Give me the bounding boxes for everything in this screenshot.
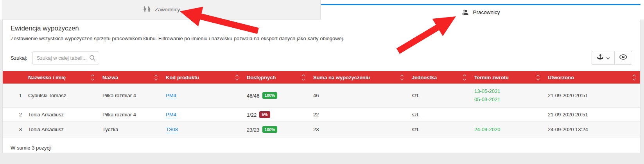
sort-icon[interactable] (155, 75, 157, 80)
cell-return-date: 13-05-202105-03-2021 (470, 84, 544, 107)
cell-product-code: TS08 (162, 121, 243, 137)
column-header-7[interactable]: Termin zwrotu (470, 71, 544, 84)
sort-icon[interactable] (401, 75, 403, 80)
cell-created: 24-09-2020 13:24 (544, 121, 640, 137)
product-code-link[interactable]: TS08 (166, 127, 178, 133)
cell-product-code: PM4 (162, 84, 243, 107)
column-header-label: Suma na wypożyczeniu (313, 75, 370, 80)
table-row: 1Cybulski TomaszPiłka rozmiar 4PM446/461… (3, 84, 640, 107)
column-header-label: Jednostka (412, 75, 437, 80)
cell-row-index: 3 (3, 121, 24, 137)
cell-loan-sum: 22 (309, 107, 408, 121)
export-icon (596, 53, 604, 62)
return-date: 13-05-2021 (474, 87, 539, 95)
cell-row-index: 1 (3, 84, 24, 107)
available-count: 1/22 (247, 112, 257, 118)
sort-icon[interactable] (236, 75, 238, 80)
column-header-8[interactable]: Utworzono (544, 71, 640, 84)
column-header-label: Utworzono (548, 75, 574, 80)
page-title: Ewidencja wypożyczeń (11, 25, 632, 32)
cell-product-code: PM4 (162, 107, 243, 121)
sort-icon[interactable] (302, 75, 305, 80)
table-summary: W sumie 3 pozycji (11, 145, 632, 151)
cell-product-name: Tyczka (99, 121, 162, 137)
loans-panel: Ewidencja wypożyczeń Zestawienie wszystk… (2, 20, 640, 153)
return-date: 24-09-2020 (474, 125, 539, 134)
cell-unit: szt. (408, 121, 470, 137)
cell-return-date (470, 107, 544, 121)
cell-loan-sum: 46 (309, 84, 408, 107)
column-header-label: Nazwa (102, 75, 118, 80)
chevron-down-icon (606, 54, 610, 61)
product-code-link[interactable]: PM4 (166, 112, 176, 118)
table-row: 3Tonia ArkadiuszTyczkaTS0823/23100%23szt… (3, 121, 640, 137)
cell-return-date: 24-09-2020 (470, 121, 544, 137)
sort-icon[interactable] (91, 75, 94, 80)
available-count: 23/23 (247, 127, 260, 133)
return-date: 05-03-2021 (474, 95, 539, 103)
person-icon (461, 9, 469, 16)
search-label: Szukaj: (11, 55, 27, 61)
tab-zawodnicy[interactable]: Zawodnicy (2, 0, 321, 20)
product-code-link[interactable]: PM4 (166, 93, 176, 99)
cell-loan-sum: 23 (309, 121, 408, 137)
page-subtitle: Zestawienie wszystkich wypożyczeń sprzęt… (11, 36, 632, 41)
table-body: 1Cybulski TomaszPiłka rozmiar 4PM446/461… (3, 84, 640, 137)
visibility-button[interactable] (614, 51, 632, 65)
sort-icon[interactable] (537, 75, 539, 80)
cell-available: 23/23100% (243, 121, 309, 137)
column-header-5[interactable]: Suma na wypożyczeniu (309, 71, 408, 84)
two-persons-icon (143, 6, 151, 13)
column-header-2[interactable]: Nazwa (99, 71, 162, 84)
column-header-4[interactable]: Dostępnych (243, 71, 309, 84)
cell-person-name: Tonia Arkadiusz (24, 121, 99, 137)
table-row: 2Tonia ArkadiuszPiłka rozmiar 4PM41/225%… (3, 107, 640, 121)
table-controls: Szukaj: (11, 51, 632, 65)
cell-product-name: Piłka rozmiar 4 (99, 84, 162, 107)
table-header-row: Nazwisko i imięNazwaKod produktuDostępny… (3, 71, 640, 84)
cell-available: 1/225% (243, 107, 309, 121)
tab-zawodnicy-label: Zawodnicy (155, 7, 180, 12)
sort-icon[interactable] (463, 75, 466, 80)
cell-created: 21-09-2020 20:51 (544, 84, 640, 107)
sort-icon[interactable] (633, 75, 635, 80)
tab-pracownicy-label: Pracownicy (473, 9, 500, 15)
eye-icon (619, 54, 628, 62)
column-header-6[interactable]: Jednostka (408, 71, 470, 84)
tab-pracownicy[interactable]: Pracownicy (321, 4, 640, 20)
column-header-label: Kod produktu (166, 75, 199, 80)
cell-person-name: Cybulski Tomasz (24, 84, 99, 107)
column-header-label: Dostępnych (247, 75, 276, 80)
cell-unit: szt. (408, 107, 470, 121)
cell-product-name: Piłka rozmiar 4 (99, 107, 162, 121)
available-count: 46/46 (247, 93, 260, 98)
search-icon (89, 55, 96, 63)
export-button[interactable] (592, 51, 614, 65)
column-header-1[interactable]: Nazwisko i imię (24, 71, 99, 84)
availability-badge: 100% (262, 126, 278, 133)
table-toolbar (592, 51, 632, 65)
column-header-label: Termin zwrotu (474, 75, 509, 80)
availability-badge: 100% (262, 92, 278, 99)
column-header-index (3, 71, 24, 84)
cell-unit: szt. (408, 84, 470, 107)
cell-person-name: Tonia Arkadiusz (24, 107, 99, 121)
cell-available: 46/46100% (243, 84, 309, 107)
loans-table: Nazwisko i imięNazwaKod produktuDostępny… (3, 71, 640, 137)
column-header-3[interactable]: Kod produktu (162, 71, 243, 84)
column-header-label: Nazwisko i imię (28, 75, 66, 80)
tab-bar: Zawodnicy Pracownicy (0, 0, 644, 20)
cell-created: 21-09-2020 20:51 (544, 107, 640, 121)
cell-row-index: 2 (3, 107, 24, 121)
availability-badge: 5% (259, 111, 270, 118)
